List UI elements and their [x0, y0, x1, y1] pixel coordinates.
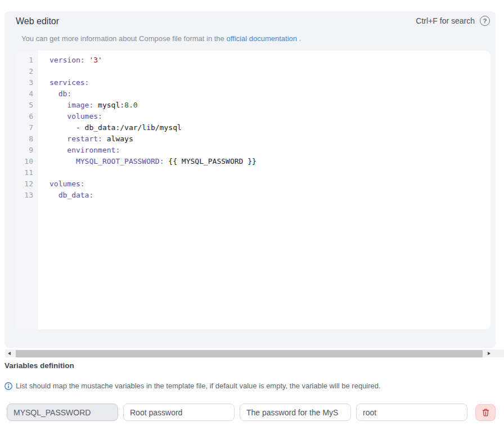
- line-number: 2: [16, 66, 38, 77]
- web-editor-panel: Web editor Ctrl+F for search ? You can g…: [4, 11, 496, 348]
- variable-name-input[interactable]: [7, 404, 118, 421]
- line-number: 7: [16, 122, 38, 133]
- code-line[interactable]: db:: [50, 88, 490, 100]
- line-number: 5: [16, 100, 38, 111]
- variables-definition-heading: Variables definition: [4, 361, 74, 370]
- code-editor[interactable]: 12345678910111213 version: '3'services: …: [16, 51, 490, 329]
- editor-subtitle: You can get more information about Compo…: [21, 34, 301, 43]
- line-number-gutter: 12345678910111213: [16, 51, 38, 329]
- code-line[interactable]: - db_data:/var/lib/mysql: [50, 122, 490, 133]
- horizontal-scrollbar[interactable]: [5, 350, 504, 357]
- code-area[interactable]: version: '3'services: db: image: mysql:8…: [38, 51, 490, 329]
- scroll-right-arrow-icon[interactable]: [488, 352, 490, 355]
- code-line[interactable]: [50, 66, 490, 77]
- line-number: 9: [16, 145, 38, 156]
- search-hint-text: Ctrl+F for search: [416, 16, 475, 25]
- code-line[interactable]: services:: [50, 77, 490, 88]
- code-line[interactable]: version: '3': [50, 55, 490, 66]
- delete-variable-button[interactable]: [475, 404, 496, 421]
- variables-info-row: List should map the mustache variables i…: [4, 382, 381, 390]
- code-line[interactable]: MYSQL_ROOT_PASSWORD: {{ MYSQL_PASSWORD }…: [50, 156, 490, 167]
- line-number: 8: [16, 133, 38, 145]
- help-icon[interactable]: ?: [480, 16, 490, 26]
- variables-info-text: List should map the mustache variables i…: [16, 382, 381, 390]
- subtitle-text: You can get more information about Compo…: [21, 34, 224, 43]
- info-icon: [4, 382, 12, 390]
- line-number: 11: [16, 167, 38, 178]
- code-line[interactable]: volumes:: [50, 111, 490, 122]
- line-number: 4: [16, 88, 38, 100]
- code-line[interactable]: image: mysql:8.0: [50, 100, 490, 111]
- scrollbar-thumb[interactable]: [16, 350, 483, 357]
- scroll-left-arrow-icon[interactable]: [8, 352, 11, 355]
- variable-description-input[interactable]: [240, 404, 351, 421]
- line-number: 6: [16, 111, 38, 122]
- subtitle-suffix: .: [299, 34, 302, 43]
- line-number: 3: [16, 77, 38, 88]
- variable-default-input[interactable]: [356, 404, 467, 421]
- line-number: 12: [16, 178, 38, 190]
- line-number: 1: [16, 55, 38, 66]
- panel-title: Web editor: [16, 16, 59, 26]
- variable-label-input[interactable]: [123, 404, 235, 421]
- code-line[interactable]: environment:: [50, 145, 490, 156]
- line-number: 10: [16, 156, 38, 167]
- code-line[interactable]: volumes:: [50, 178, 490, 190]
- documentation-link[interactable]: official documentation: [226, 34, 297, 43]
- code-line[interactable]: db_data:: [50, 190, 490, 201]
- search-hint: Ctrl+F for search ?: [416, 16, 490, 26]
- line-number: 13: [16, 190, 38, 201]
- code-line[interactable]: restart: always: [50, 133, 490, 145]
- code-line[interactable]: [50, 167, 490, 178]
- trash-icon: [482, 409, 489, 416]
